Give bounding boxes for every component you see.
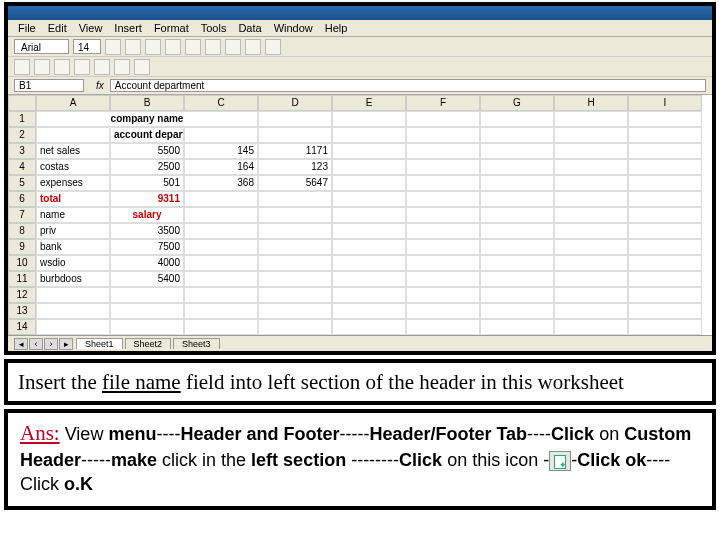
cell[interactable]: 7500 [110, 239, 184, 255]
cut-icon[interactable] [94, 59, 110, 75]
cell[interactable] [406, 191, 480, 207]
col-A[interactable]: A [36, 95, 110, 111]
cell[interactable] [628, 287, 702, 303]
cell[interactable] [554, 223, 628, 239]
cell[interactable] [36, 127, 110, 143]
cell[interactable]: 145 [184, 143, 258, 159]
tab-nav-first-icon[interactable]: ◂ [14, 338, 28, 350]
cell[interactable] [258, 239, 332, 255]
cell[interactable] [332, 287, 406, 303]
row-10[interactable]: 10 [8, 255, 36, 271]
cell[interactable] [406, 143, 480, 159]
cell-salary-hdr[interactable]: salary [110, 207, 184, 223]
cell[interactable] [332, 127, 406, 143]
row-5[interactable]: 5 [8, 175, 36, 191]
cell[interactable] [406, 111, 480, 127]
row-6[interactable]: 6 [8, 191, 36, 207]
cell[interactable] [480, 143, 554, 159]
cell[interactable] [184, 271, 258, 287]
cell[interactable] [554, 191, 628, 207]
cell[interactable]: name [36, 207, 110, 223]
col-D[interactable]: D [258, 95, 332, 111]
cell[interactable] [184, 319, 258, 335]
cell[interactable]: 4000 [110, 255, 184, 271]
menu-tools[interactable]: Tools [201, 22, 227, 34]
col-F[interactable]: F [406, 95, 480, 111]
cell[interactable] [258, 319, 332, 335]
cell[interactable]: priv [36, 223, 110, 239]
menu-insert[interactable]: Insert [114, 22, 142, 34]
cell[interactable] [628, 319, 702, 335]
cell[interactable]: 1171 [258, 143, 332, 159]
cell[interactable]: burbdoos [36, 271, 110, 287]
cell[interactable]: 368 [184, 175, 258, 191]
row-3[interactable]: 3 [8, 143, 36, 159]
cell[interactable]: expenses [36, 175, 110, 191]
col-H[interactable]: H [554, 95, 628, 111]
row-12[interactable]: 12 [8, 287, 36, 303]
save-icon[interactable] [54, 59, 70, 75]
cell[interactable] [480, 127, 554, 143]
menu-view[interactable]: View [79, 22, 103, 34]
cell[interactable] [554, 207, 628, 223]
cell[interactable] [406, 255, 480, 271]
cell[interactable] [480, 319, 554, 335]
row-14[interactable]: 14 [8, 319, 36, 335]
cell[interactable]: 5400 [110, 271, 184, 287]
cell[interactable] [332, 143, 406, 159]
cell[interactable]: 501 [110, 175, 184, 191]
cell[interactable] [36, 287, 110, 303]
cell[interactable] [406, 127, 480, 143]
name-box[interactable]: B1 [14, 79, 84, 92]
cell[interactable] [554, 319, 628, 335]
cell[interactable] [36, 319, 110, 335]
sheet-tab-1[interactable]: Sheet1 [76, 338, 123, 349]
currency-icon[interactable] [245, 39, 261, 55]
cell[interactable]: costas [36, 159, 110, 175]
cell[interactable] [554, 159, 628, 175]
menu-format[interactable]: Format [154, 22, 189, 34]
cell[interactable] [332, 207, 406, 223]
cell[interactable]: wsdio [36, 255, 110, 271]
copy-icon[interactable] [114, 59, 130, 75]
cell[interactable] [628, 255, 702, 271]
cell-acct-dept[interactable]: account department [110, 127, 184, 143]
row-4[interactable]: 4 [8, 159, 36, 175]
cell[interactable] [406, 175, 480, 191]
merge-icon[interactable] [225, 39, 241, 55]
italic-icon[interactable] [125, 39, 141, 55]
cell[interactable] [110, 287, 184, 303]
cell-total[interactable]: total [36, 191, 110, 207]
cell[interactable] [110, 319, 184, 335]
percent-icon[interactable] [265, 39, 281, 55]
cell[interactable] [480, 271, 554, 287]
cell[interactable] [628, 159, 702, 175]
row-2[interactable]: 2 [8, 127, 36, 143]
cell[interactable] [332, 191, 406, 207]
cell[interactable] [628, 111, 702, 127]
cell[interactable] [184, 255, 258, 271]
cell[interactable] [406, 287, 480, 303]
cell[interactable] [258, 287, 332, 303]
cell[interactable]: net sales [36, 143, 110, 159]
menu-window[interactable]: Window [274, 22, 313, 34]
cell[interactable] [332, 159, 406, 175]
cell[interactable] [258, 303, 332, 319]
tab-nav-last-icon[interactable]: ▸ [59, 338, 73, 350]
new-icon[interactable] [14, 59, 30, 75]
cell[interactable] [184, 191, 258, 207]
cell[interactable] [332, 111, 406, 127]
cell-company-name[interactable]: company name [36, 111, 258, 127]
cell[interactable] [406, 239, 480, 255]
cell[interactable] [480, 111, 554, 127]
cell[interactable] [554, 143, 628, 159]
spreadsheet-grid[interactable]: A B C D E F G H I 1 company name 2 accou… [8, 95, 712, 351]
cell[interactable] [554, 303, 628, 319]
cell[interactable] [184, 127, 258, 143]
tab-nav-next-icon[interactable]: › [44, 338, 58, 350]
cell[interactable] [628, 127, 702, 143]
cell[interactable] [332, 319, 406, 335]
cell[interactable] [406, 303, 480, 319]
cell[interactable] [628, 191, 702, 207]
cell[interactable] [480, 255, 554, 271]
